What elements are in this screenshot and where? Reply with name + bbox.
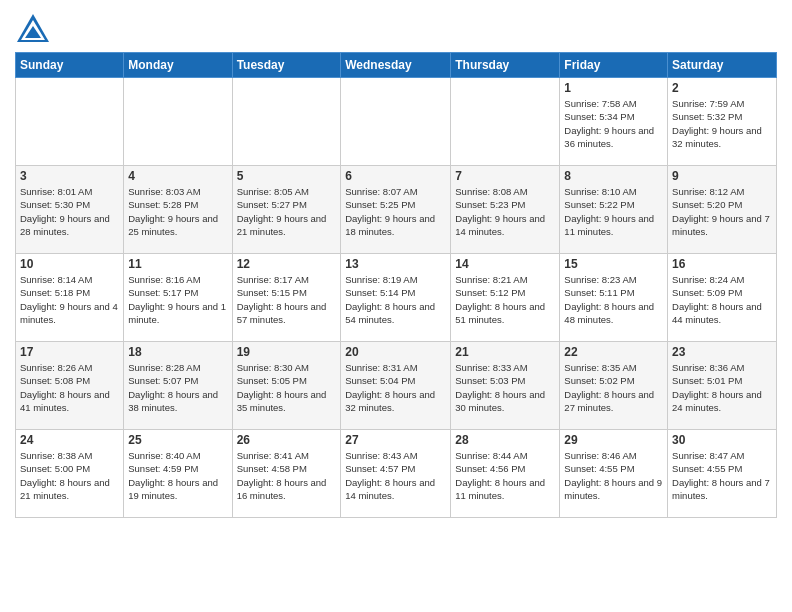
calendar-week-5: 24Sunrise: 8:38 AM Sunset: 5:00 PM Dayli… (16, 430, 777, 518)
day-number: 24 (20, 433, 119, 447)
calendar-week-4: 17Sunrise: 8:26 AM Sunset: 5:08 PM Dayli… (16, 342, 777, 430)
day-info: Sunrise: 8:14 AM Sunset: 5:18 PM Dayligh… (20, 273, 119, 326)
day-info: Sunrise: 8:08 AM Sunset: 5:23 PM Dayligh… (455, 185, 555, 238)
day-number: 19 (237, 345, 337, 359)
calendar-cell: 9Sunrise: 8:12 AM Sunset: 5:20 PM Daylig… (668, 166, 777, 254)
day-number: 13 (345, 257, 446, 271)
calendar-cell (451, 78, 560, 166)
day-number: 23 (672, 345, 772, 359)
calendar-cell: 3Sunrise: 8:01 AM Sunset: 5:30 PM Daylig… (16, 166, 124, 254)
calendar-cell: 5Sunrise: 8:05 AM Sunset: 5:27 PM Daylig… (232, 166, 341, 254)
calendar-cell: 6Sunrise: 8:07 AM Sunset: 5:25 PM Daylig… (341, 166, 451, 254)
logo-icon (15, 10, 51, 46)
day-number: 7 (455, 169, 555, 183)
day-number: 4 (128, 169, 227, 183)
day-info: Sunrise: 8:10 AM Sunset: 5:22 PM Dayligh… (564, 185, 663, 238)
calendar-cell: 7Sunrise: 8:08 AM Sunset: 5:23 PM Daylig… (451, 166, 560, 254)
day-number: 16 (672, 257, 772, 271)
calendar-cell: 25Sunrise: 8:40 AM Sunset: 4:59 PM Dayli… (124, 430, 232, 518)
calendar-cell: 4Sunrise: 8:03 AM Sunset: 5:28 PM Daylig… (124, 166, 232, 254)
calendar-week-3: 10Sunrise: 8:14 AM Sunset: 5:18 PM Dayli… (16, 254, 777, 342)
calendar-cell: 24Sunrise: 8:38 AM Sunset: 5:00 PM Dayli… (16, 430, 124, 518)
calendar-cell: 11Sunrise: 8:16 AM Sunset: 5:17 PM Dayli… (124, 254, 232, 342)
calendar-cell: 10Sunrise: 8:14 AM Sunset: 5:18 PM Dayli… (16, 254, 124, 342)
calendar: SundayMondayTuesdayWednesdayThursdayFrid… (15, 52, 777, 518)
day-number: 12 (237, 257, 337, 271)
day-info: Sunrise: 8:26 AM Sunset: 5:08 PM Dayligh… (20, 361, 119, 414)
day-number: 10 (20, 257, 119, 271)
calendar-cell: 16Sunrise: 8:24 AM Sunset: 5:09 PM Dayli… (668, 254, 777, 342)
calendar-header-tuesday: Tuesday (232, 53, 341, 78)
day-info: Sunrise: 8:16 AM Sunset: 5:17 PM Dayligh… (128, 273, 227, 326)
day-info: Sunrise: 8:40 AM Sunset: 4:59 PM Dayligh… (128, 449, 227, 502)
day-number: 14 (455, 257, 555, 271)
calendar-header-wednesday: Wednesday (341, 53, 451, 78)
calendar-cell: 20Sunrise: 8:31 AM Sunset: 5:04 PM Dayli… (341, 342, 451, 430)
calendar-header-thursday: Thursday (451, 53, 560, 78)
day-number: 28 (455, 433, 555, 447)
day-info: Sunrise: 7:58 AM Sunset: 5:34 PM Dayligh… (564, 97, 663, 150)
logo (15, 10, 55, 46)
day-info: Sunrise: 8:41 AM Sunset: 4:58 PM Dayligh… (237, 449, 337, 502)
day-number: 27 (345, 433, 446, 447)
calendar-cell: 19Sunrise: 8:30 AM Sunset: 5:05 PM Dayli… (232, 342, 341, 430)
day-info: Sunrise: 8:43 AM Sunset: 4:57 PM Dayligh… (345, 449, 446, 502)
day-number: 6 (345, 169, 446, 183)
calendar-cell: 12Sunrise: 8:17 AM Sunset: 5:15 PM Dayli… (232, 254, 341, 342)
day-info: Sunrise: 8:24 AM Sunset: 5:09 PM Dayligh… (672, 273, 772, 326)
day-number: 1 (564, 81, 663, 95)
day-number: 26 (237, 433, 337, 447)
calendar-cell: 26Sunrise: 8:41 AM Sunset: 4:58 PM Dayli… (232, 430, 341, 518)
day-info: Sunrise: 7:59 AM Sunset: 5:32 PM Dayligh… (672, 97, 772, 150)
day-number: 3 (20, 169, 119, 183)
header (15, 10, 777, 46)
day-info: Sunrise: 8:33 AM Sunset: 5:03 PM Dayligh… (455, 361, 555, 414)
calendar-cell: 21Sunrise: 8:33 AM Sunset: 5:03 PM Dayli… (451, 342, 560, 430)
day-info: Sunrise: 8:30 AM Sunset: 5:05 PM Dayligh… (237, 361, 337, 414)
calendar-cell: 1Sunrise: 7:58 AM Sunset: 5:34 PM Daylig… (560, 78, 668, 166)
calendar-cell: 30Sunrise: 8:47 AM Sunset: 4:55 PM Dayli… (668, 430, 777, 518)
day-info: Sunrise: 8:01 AM Sunset: 5:30 PM Dayligh… (20, 185, 119, 238)
day-info: Sunrise: 8:07 AM Sunset: 5:25 PM Dayligh… (345, 185, 446, 238)
calendar-week-2: 3Sunrise: 8:01 AM Sunset: 5:30 PM Daylig… (16, 166, 777, 254)
calendar-header-friday: Friday (560, 53, 668, 78)
calendar-cell: 14Sunrise: 8:21 AM Sunset: 5:12 PM Dayli… (451, 254, 560, 342)
calendar-cell: 27Sunrise: 8:43 AM Sunset: 4:57 PM Dayli… (341, 430, 451, 518)
page-container: SundayMondayTuesdayWednesdayThursdayFrid… (0, 0, 792, 528)
day-number: 8 (564, 169, 663, 183)
day-info: Sunrise: 8:12 AM Sunset: 5:20 PM Dayligh… (672, 185, 772, 238)
day-info: Sunrise: 8:31 AM Sunset: 5:04 PM Dayligh… (345, 361, 446, 414)
day-number: 5 (237, 169, 337, 183)
calendar-header-monday: Monday (124, 53, 232, 78)
day-number: 9 (672, 169, 772, 183)
day-number: 15 (564, 257, 663, 271)
day-info: Sunrise: 8:19 AM Sunset: 5:14 PM Dayligh… (345, 273, 446, 326)
calendar-cell: 8Sunrise: 8:10 AM Sunset: 5:22 PM Daylig… (560, 166, 668, 254)
calendar-cell: 28Sunrise: 8:44 AM Sunset: 4:56 PM Dayli… (451, 430, 560, 518)
calendar-cell: 2Sunrise: 7:59 AM Sunset: 5:32 PM Daylig… (668, 78, 777, 166)
day-number: 25 (128, 433, 227, 447)
day-number: 18 (128, 345, 227, 359)
calendar-cell (16, 78, 124, 166)
day-info: Sunrise: 8:46 AM Sunset: 4:55 PM Dayligh… (564, 449, 663, 502)
calendar-cell: 15Sunrise: 8:23 AM Sunset: 5:11 PM Dayli… (560, 254, 668, 342)
calendar-week-1: 1Sunrise: 7:58 AM Sunset: 5:34 PM Daylig… (16, 78, 777, 166)
day-number: 22 (564, 345, 663, 359)
day-number: 17 (20, 345, 119, 359)
day-info: Sunrise: 8:36 AM Sunset: 5:01 PM Dayligh… (672, 361, 772, 414)
day-number: 29 (564, 433, 663, 447)
calendar-cell: 18Sunrise: 8:28 AM Sunset: 5:07 PM Dayli… (124, 342, 232, 430)
day-info: Sunrise: 8:47 AM Sunset: 4:55 PM Dayligh… (672, 449, 772, 502)
calendar-header-sunday: Sunday (16, 53, 124, 78)
calendar-header-saturday: Saturday (668, 53, 777, 78)
day-info: Sunrise: 8:38 AM Sunset: 5:00 PM Dayligh… (20, 449, 119, 502)
day-info: Sunrise: 8:28 AM Sunset: 5:07 PM Dayligh… (128, 361, 227, 414)
day-number: 2 (672, 81, 772, 95)
day-number: 21 (455, 345, 555, 359)
day-info: Sunrise: 8:23 AM Sunset: 5:11 PM Dayligh… (564, 273, 663, 326)
calendar-cell: 22Sunrise: 8:35 AM Sunset: 5:02 PM Dayli… (560, 342, 668, 430)
day-info: Sunrise: 8:05 AM Sunset: 5:27 PM Dayligh… (237, 185, 337, 238)
calendar-cell: 17Sunrise: 8:26 AM Sunset: 5:08 PM Dayli… (16, 342, 124, 430)
day-info: Sunrise: 8:17 AM Sunset: 5:15 PM Dayligh… (237, 273, 337, 326)
calendar-cell: 29Sunrise: 8:46 AM Sunset: 4:55 PM Dayli… (560, 430, 668, 518)
